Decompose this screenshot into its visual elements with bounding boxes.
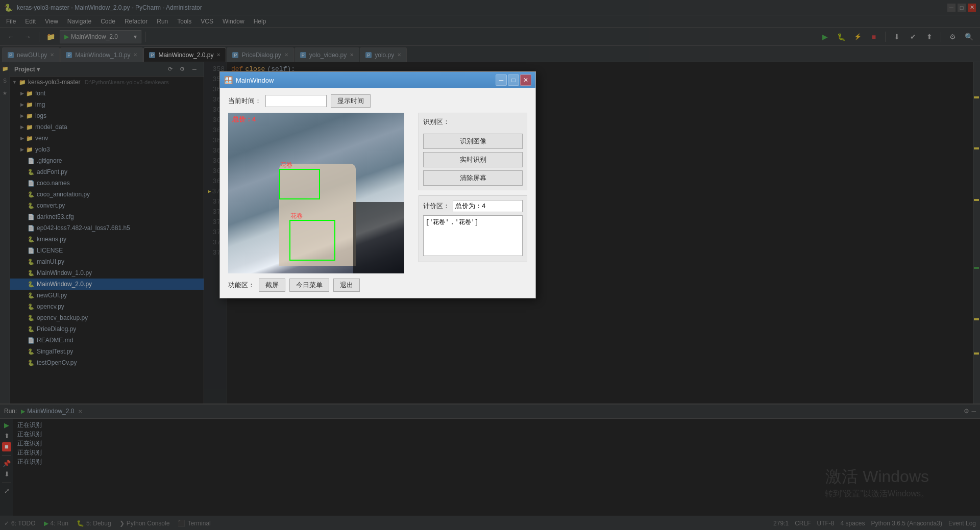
- price-label: 计价区：: [423, 201, 450, 211]
- recognition-label: 识别区：: [423, 117, 450, 127]
- time-label: 当前时间：: [228, 96, 261, 106]
- image-placeholder: 花卷 花卷 总价：4: [228, 113, 404, 273]
- modal-titlebar-left: 🪟 MainWindow: [224, 76, 274, 84]
- price-textarea[interactable]: ['花卷'，'花卷']: [423, 215, 523, 256]
- exit-button[interactable]: 退出: [333, 279, 360, 292]
- modal-minimize-button[interactable]: ─: [496, 74, 507, 86]
- recognize-image-button[interactable]: 识别图像: [423, 134, 523, 149]
- bbox-1: 花卷: [279, 169, 320, 199]
- modal-titlebar: 🪟 MainWindow ─ □ ✕: [220, 72, 535, 88]
- modal-titlebar-controls[interactable]: ─ □ ✕: [496, 74, 531, 86]
- modal-app-icon: 🪟: [224, 76, 233, 84]
- menu-today-button[interactable]: 今日菜单: [289, 279, 329, 292]
- function-label: 功能区：: [228, 281, 255, 290]
- screenshot-button[interactable]: 截屏: [259, 279, 285, 292]
- modal-close-button[interactable]: ✕: [520, 74, 531, 86]
- modal-restore-button[interactable]: □: [508, 74, 519, 86]
- price-section: 计价区： ['花卷'，'花卷']: [419, 195, 527, 262]
- price-header: 计价区：: [423, 200, 523, 212]
- image-price-text: 总价：4: [232, 115, 256, 124]
- bbox-label-1: 花卷: [280, 161, 292, 169]
- modal-right-panel: 识别区： 识别图像 实时识别 清除屏幕 计价区： ['花卷'，'花卷']: [419, 113, 527, 273]
- modal-overlay: 🪟 MainWindow ─ □ ✕ 当前时间： 显示时间: [0, 0, 980, 530]
- function-row: 功能区： 截屏 今日菜单 退出: [228, 279, 527, 292]
- price-input[interactable]: [453, 200, 523, 212]
- recognition-section: 识别区： 识别图像 实时识别 清除屏幕: [419, 113, 527, 190]
- time-row: 当前时间： 显示时间: [228, 94, 527, 108]
- modal-main-content: 花卷 花卷 总价：4: [228, 113, 527, 273]
- realtime-button[interactable]: 实时识别: [423, 152, 523, 167]
- show-time-button[interactable]: 显示时间: [331, 94, 371, 108]
- modal-image-area: 花卷 花卷 总价：4: [228, 113, 404, 273]
- modal-body: 当前时间： 显示时间 花卷: [220, 88, 535, 298]
- clear-screen-button[interactable]: 清除屏幕: [423, 170, 523, 186]
- modal-title: MainWindow: [236, 77, 274, 84]
- bbox-label-2: 花卷: [290, 212, 303, 220]
- time-input[interactable]: [265, 95, 327, 107]
- image-dark-area: [353, 202, 404, 273]
- modal-window: 🪟 MainWindow ─ □ ✕ 当前时间： 显示时间: [219, 71, 536, 298]
- bbox-2: 花卷: [289, 220, 335, 261]
- recognition-header: 识别区：: [423, 117, 523, 131]
